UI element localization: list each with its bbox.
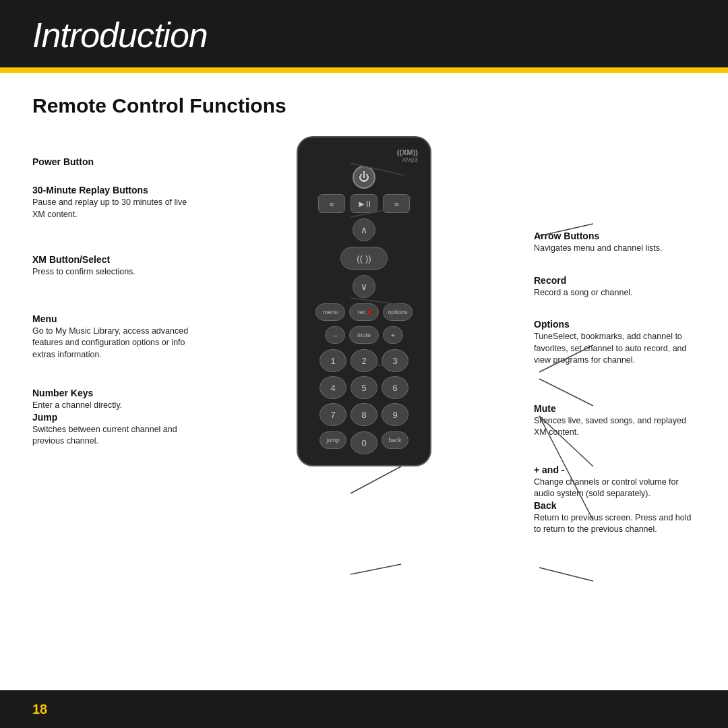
page-number: 18 [32, 702, 47, 717]
num-2-button[interactable]: 2 [351, 349, 377, 372]
svg-line-5 [351, 564, 401, 574]
mro-row: menu rec options [307, 303, 421, 321]
main-content: Remote Control Functions Power Button 30… [0, 73, 728, 562]
remote-body: ((XM)) XMp3 « ►II » [297, 136, 431, 466]
label-record: Record Record a song or channel. [534, 275, 696, 299]
jzb-row: jump 0 back [307, 431, 421, 454]
rewind-button[interactable]: « [318, 194, 345, 213]
minus-button[interactable]: – [325, 326, 345, 344]
label-xm-button-select: XM Button/Select Press to confirm select… [32, 254, 194, 278]
xm-select-right: )) [365, 253, 371, 264]
label-mute: Mute Silences live, saved songs, and rep… [534, 403, 696, 439]
svg-line-4 [351, 466, 401, 493]
mmp-row: – mute + [307, 326, 421, 344]
page-title: Introduction [32, 16, 208, 55]
num-0-button[interactable]: 0 [351, 431, 377, 454]
header-bar: Introduction [0, 0, 728, 67]
fast-forward-button[interactable]: » [383, 194, 410, 213]
num-3-button[interactable]: 3 [382, 349, 408, 372]
num-1-button[interactable]: 1 [320, 349, 346, 372]
arrow-up-button[interactable]: ∧ [353, 218, 375, 241]
num-7-button[interactable]: 7 [320, 403, 346, 426]
select-row: (( )) [307, 247, 421, 270]
numpad-grid: 1 2 3 4 5 6 7 8 9 [320, 349, 408, 426]
accent-bar [0, 67, 728, 73]
mute-button[interactable]: mute [349, 326, 379, 344]
num-4-button[interactable]: 4 [320, 376, 346, 399]
label-menu: Menu Go to My Music Library, access adva… [32, 313, 194, 361]
svg-line-11 [539, 568, 593, 581]
options-button[interactable]: options [383, 303, 413, 321]
xm-select-left: (( [357, 253, 363, 264]
power-button[interactable] [353, 166, 375, 189]
arrow-down-row: ∨ [307, 275, 421, 298]
rec-button[interactable]: rec [349, 303, 379, 321]
num-9-button[interactable]: 9 [382, 403, 408, 426]
label-plus-minus: + and - Change channels or control volum… [534, 464, 696, 500]
xm-sub: XMp3 [397, 156, 418, 163]
label-arrow-buttons: Arrow Buttons Navigates menu and channel… [534, 231, 696, 255]
footer-bar: 18 [0, 690, 728, 728]
transport-row: « ►II » [307, 194, 421, 213]
label-power-button: Power Button [32, 156, 194, 169]
label-options: Options TuneSelect, bookmarks, add chann… [534, 319, 696, 367]
arrow-down-button[interactable]: ∨ [353, 275, 375, 298]
back-button[interactable]: back [382, 431, 408, 449]
play-pause-button[interactable]: ►II [351, 194, 377, 213]
left-labels: Power Button 30-Minute Replay Buttons Pa… [32, 136, 194, 460]
num-5-button[interactable]: 5 [351, 376, 377, 399]
section-title: Remote Control Functions [32, 94, 696, 117]
rec-dot [367, 311, 371, 314]
label-replay-buttons: 30-Minute Replay Buttons Pause and repla… [32, 185, 194, 220]
xm-select-button[interactable]: (( )) [340, 247, 388, 270]
right-labels: Arrow Buttons Navigates menu and channel… [534, 136, 696, 548]
num-6-button[interactable]: 6 [382, 376, 408, 399]
num-8-button[interactable]: 8 [351, 403, 377, 426]
plus-button[interactable]: + [383, 326, 403, 344]
menu-button[interactable]: menu [315, 303, 345, 321]
xm-logo: ((XM)) [397, 148, 418, 156]
label-number-keys: Number Keys Enter a channel directly. [32, 388, 194, 412]
jump-button[interactable]: jump [320, 431, 346, 449]
remote-control: ((XM)) XMp3 « ►II » [297, 136, 431, 466]
xm-logo-area: ((XM)) XMp3 [307, 148, 421, 163]
remote-layout: Power Button 30-Minute Replay Buttons Pa… [32, 136, 696, 548]
label-back: Back Return to previous screen. Press an… [534, 500, 696, 536]
label-jump: Jump Switches between current channel an… [32, 412, 194, 448]
arrow-up-row: ∧ [307, 218, 421, 241]
power-button-row [307, 166, 421, 189]
